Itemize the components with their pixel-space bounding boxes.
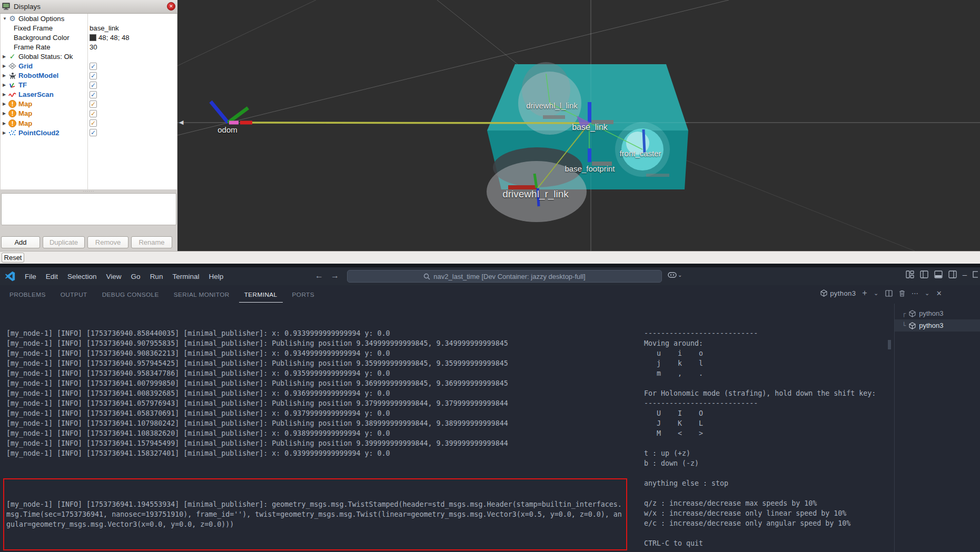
chevron-right-icon[interactable]: ▶ — [1, 111, 7, 116]
teleop-line — [644, 468, 886, 478]
laserscan-checkbox[interactable]: ✓ — [90, 91, 97, 98]
teleop-line: For Holonomic mode (strafing), hold down… — [644, 388, 886, 398]
menu-edit[interactable]: Edit — [41, 270, 63, 283]
add-button[interactable]: Add — [1, 236, 40, 248]
chevron-right-icon[interactable]: ▶ — [1, 64, 7, 68]
chevron-right-icon[interactable]: ▶ — [1, 131, 7, 135]
tree-row-global-options[interactable]: ▼ ⚙ Global Options — [1, 14, 177, 23]
rename-button[interactable]: Rename — [131, 236, 172, 248]
chevron-right-icon[interactable]: ▶ — [1, 121, 7, 126]
tf-checkbox[interactable]: ✓ — [90, 82, 97, 89]
tree-row-map-2[interactable]: ▶ Map ✓ — [1, 109, 177, 118]
displays-tree: ▼ ⚙ Global Options Fixed Frame base_link… — [1, 14, 177, 189]
highlighted-log-line: msg.Time(sec=1753736941, nanosec=1937519… — [6, 509, 626, 519]
screen: Displays ✕ ▼ ⚙ Global Options Fixed Fram… — [0, 0, 980, 552]
terminal-toolbar: python3 + ⌄ ⋯ ⌄ ✕ — [820, 288, 942, 298]
toggle-sidebar-icon[interactable] — [920, 270, 928, 278]
tree-row-tf[interactable]: ▶ TF ✓ — [1, 81, 177, 90]
gear-icon: ⚙ — [7, 14, 17, 23]
tree-row-grid[interactable]: ▶ Grid ✓ — [1, 61, 177, 71]
tree-row-fixed-frame[interactable]: Fixed Frame base_link — [1, 23, 177, 33]
forward-arrow-icon[interactable]: → — [331, 271, 339, 280]
robotmodel-checkbox[interactable]: ✓ — [90, 72, 97, 79]
panel-collapse-arrow[interactable]: ◀ — [179, 119, 183, 126]
chevron-right-icon[interactable]: ▶ — [1, 73, 7, 78]
maximize-icon[interactable] — [973, 270, 978, 278]
scrollbar-thumb[interactable] — [888, 340, 891, 349]
map-checkbox[interactable]: ✓ — [90, 110, 97, 117]
chevron-down-icon[interactable]: ▼ — [1, 16, 7, 21]
rviz-3d-viewport[interactable]: ◀ odom drivewhl_l_link base_link front_c… — [177, 0, 980, 251]
terminal-list-item[interactable]: ┌ python3 — [895, 307, 980, 319]
toggle-secondary-sidebar-icon[interactable] — [948, 270, 957, 278]
tree-row-laserscan[interactable]: ▶ LaserScan ✓ — [1, 90, 177, 99]
log-line: [my_node-1] [INFO] [1753736941.108382620… — [6, 428, 633, 438]
tree-row-pointcloud2[interactable]: ▶ PointCloud2 ✓ — [1, 128, 177, 137]
pointcloud2-checkbox[interactable]: ✓ — [90, 129, 97, 136]
tree-row-map-3[interactable]: ▶ Map ✓ — [1, 118, 177, 128]
teleop-line: e/c : increase/decrease only angular spe… — [644, 518, 886, 528]
back-arrow-icon[interactable]: ← — [315, 271, 323, 280]
robot-model-icon — [7, 72, 17, 80]
close-icon[interactable]: ✕ — [167, 2, 175, 11]
toggle-panel-icon[interactable] — [934, 270, 943, 278]
menu-help[interactable]: Help — [204, 270, 228, 283]
customize-layout-icon[interactable] — [906, 270, 914, 278]
teleop-line — [644, 378, 886, 388]
chevron-right-icon[interactable]: ▶ — [1, 102, 7, 106]
map-checkbox[interactable]: ✓ — [90, 101, 97, 108]
log-line: [my_node-1] [INFO] [1753736940.958347786… — [6, 368, 633, 378]
monitor-icon — [2, 3, 11, 11]
close-panel-icon[interactable]: ✕ — [936, 289, 942, 297]
reset-button[interactable]: Reset — [2, 253, 24, 263]
frame-label-base-link: base_link — [572, 123, 608, 132]
menu-go[interactable]: Go — [126, 270, 145, 283]
menu-terminal[interactable]: Terminal — [167, 270, 204, 283]
command-center-search[interactable]: nav2_last_time [Dev Container: jazzy des… — [347, 270, 662, 283]
more-actions-icon[interactable]: ⋯ — [912, 289, 918, 297]
new-terminal-icon[interactable]: + — [862, 288, 867, 298]
highlighted-log-line: [my_node-1] [INFO] [1753736941.194553934… — [6, 499, 626, 509]
chevron-right-icon[interactable]: ▶ — [1, 54, 7, 59]
teleop-line — [644, 548, 886, 552]
active-terminal-label[interactable]: python3 — [820, 289, 856, 297]
fixed-frame-value[interactable]: base_link — [90, 24, 119, 32]
teleop-line — [644, 438, 886, 448]
tree-row-robotmodel[interactable]: ▶ RobotModel ✓ — [1, 71, 177, 81]
chevron-right-icon[interactable]: ▶ — [1, 83, 7, 87]
remove-button[interactable]: Remove — [87, 236, 128, 248]
minimize-icon[interactable]: – — [963, 270, 967, 279]
tab-serial-monitor[interactable]: SERIAL MONITOR — [169, 286, 235, 303]
frame-rate-value[interactable]: 30 — [90, 43, 97, 51]
tree-row-global-status[interactable]: ▶ ✓ Global Status: Ok — [1, 52, 177, 61]
split-branch-glyph: ┌ — [902, 310, 906, 317]
map-checkbox[interactable]: ✓ — [90, 119, 97, 127]
chevron-right-icon[interactable]: ▶ — [1, 92, 7, 97]
tab-terminal[interactable]: TERMINAL — [239, 286, 283, 303]
displays-panel-titlebar[interactable]: Displays ✕ — [0, 0, 177, 14]
panel-size-chevron-icon[interactable]: ⌄ — [925, 290, 930, 297]
split-terminal-icon[interactable] — [885, 290, 893, 297]
terminal-list-item-selected[interactable]: └ python3 — [895, 319, 980, 332]
tab-problems[interactable]: PROBLEMS — [4, 286, 51, 303]
tree-row-background-color[interactable]: Background Color 48; 48; 48 — [1, 33, 177, 42]
duplicate-button[interactable]: Duplicate — [43, 236, 85, 248]
copilot-icon[interactable]: ⌄ — [668, 271, 682, 279]
background-color-value[interactable]: 48; 48; 48 — [90, 34, 130, 42]
tab-output[interactable]: OUTPUT — [55, 286, 93, 303]
tree-row-map-1[interactable]: ▶ Map ✓ — [1, 99, 177, 109]
menu-selection[interactable]: Selection — [63, 270, 102, 283]
panel-splitter-handle[interactable]: ······ — [1, 189, 177, 193]
grid-checkbox[interactable]: ✓ — [90, 63, 97, 70]
kill-terminal-trash-icon[interactable] — [899, 290, 905, 297]
laserscan-icon — [7, 91, 17, 99]
menu-view[interactable]: View — [102, 270, 126, 283]
menu-run[interactable]: Run — [145, 270, 168, 283]
right-terminal-teleop[interactable]: ---------------------------Moving around… — [644, 308, 886, 552]
tab-ports[interactable]: PORTS — [287, 286, 320, 303]
tab-debug-console[interactable]: DEBUG CONSOLE — [97, 286, 164, 303]
tree-row-frame-rate[interactable]: Frame Rate 30 — [1, 42, 177, 52]
terminal-dropdown-icon[interactable]: ⌄ — [874, 290, 879, 297]
menu-file[interactable]: File — [20, 270, 41, 283]
left-terminal-log[interactable]: [my_node-1] [INFO] [1753736940.858440035… — [6, 308, 633, 552]
